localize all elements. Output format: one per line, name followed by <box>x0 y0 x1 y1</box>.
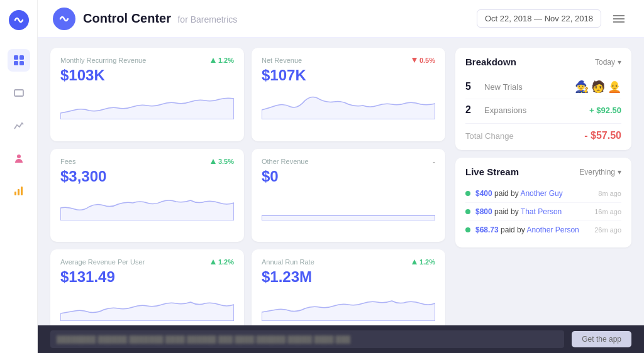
metric-change: - <box>433 158 435 165</box>
breakdown-title: Breakdown <box>465 57 516 67</box>
livestream-item[interactable]: $400 paid by Another Guy 8m ago <box>465 185 621 203</box>
svg-rect-8 <box>21 187 23 195</box>
metric-value: $103K <box>60 67 234 84</box>
metric-label: Fees <box>60 158 75 165</box>
metric-label: Annual Run Rate <box>262 258 314 266</box>
breakdown-row: 2 Expansions + $92.50 <box>465 99 621 121</box>
sidebar-nav <box>8 49 30 202</box>
metric-header: Average Revenue Per User 1.2% <box>60 258 234 266</box>
sidebar-item-dashboard[interactable] <box>8 49 30 72</box>
get-app-button[interactable]: Get the app <box>572 331 631 347</box>
svg-marker-12 <box>211 58 216 63</box>
svg-marker-15 <box>211 259 216 264</box>
mini-chart <box>60 88 234 136</box>
live-amount: $400 <box>475 189 492 198</box>
avatar: 🧑‍🦲 <box>608 80 621 94</box>
brand-icon <box>53 8 75 30</box>
metric-card-other-revenue: Other Revenue - $0 <box>252 149 445 242</box>
metric-value: $0 <box>262 168 435 185</box>
live-indicator <box>465 227 470 232</box>
metric-card-net-revenue: Net Revenue 0.5% $107K <box>252 48 445 141</box>
mini-chart <box>262 88 435 136</box>
sidebar-item-layers[interactable] <box>8 82 30 104</box>
total-value: - $57.50 <box>584 130 621 141</box>
date-range-picker[interactable]: Oct 22, 2018 — Nov 22, 2018 <box>477 9 601 28</box>
breakdown-label: Expansions <box>484 106 589 115</box>
svg-rect-2 <box>14 61 18 65</box>
sidebar-item-analytics[interactable] <box>8 114 30 137</box>
svg-marker-14 <box>211 159 216 164</box>
content-area: Monthly Recurring Revenue 1.2% $103K Net… <box>38 38 644 353</box>
bottom-bar-message: ████████ ██████ ███████ ████ ██████ ███ … <box>50 330 564 348</box>
live-text: $400 paid by Another Guy <box>475 189 593 198</box>
right-panel: Breakdown Today ▾ 5 New Trials 🧙🧑🧑‍🦲 2 E… <box>455 48 631 343</box>
metric-change: 1.2% <box>210 57 234 64</box>
metric-label: Other Revenue <box>262 158 309 165</box>
header-right: Oct 22, 2018 — Nov 22, 2018 <box>477 9 629 29</box>
breakdown-rows: 5 New Trials 🧙🧑🧑‍🦲 2 Expansions + $92.50 <box>465 75 621 121</box>
svg-rect-3 <box>19 61 24 65</box>
mini-chart <box>60 189 234 237</box>
metric-header: Fees 3.5% <box>60 158 234 165</box>
metric-value: $1.23M <box>262 268 435 286</box>
breakdown-filter[interactable]: Today ▾ <box>595 58 621 67</box>
livestream-item[interactable]: $800 paid by That Person 16m ago <box>465 203 621 221</box>
mini-chart <box>262 189 435 237</box>
app-subtitle: for Baremetrics <box>177 14 237 24</box>
main-area: Control Center for Baremetrics Oct 22, 2… <box>38 0 644 353</box>
svg-rect-1 <box>19 55 24 60</box>
live-time: 16m ago <box>594 208 621 215</box>
svg-point-5 <box>17 155 21 158</box>
breakdown-avatars: 🧙🧑🧑‍🦲 <box>575 80 621 94</box>
svg-marker-13 <box>412 58 417 63</box>
menu-button[interactable] <box>609 9 629 29</box>
metric-header: Net Revenue 0.5% <box>262 57 435 64</box>
breakdown-count: 2 <box>465 104 478 116</box>
breakdown-total: Total Change - $57.50 <box>465 123 621 141</box>
metrics-grid: Monthly Recurring Revenue 1.2% $103K Net… <box>50 48 445 343</box>
app-title: Control Center <box>83 11 171 25</box>
metric-value: $107K <box>262 67 435 84</box>
metric-value: $3,300 <box>60 168 234 185</box>
metric-header: Monthly Recurring Revenue 1.2% <box>60 57 234 64</box>
livestream-items: $400 paid by Another Guy 8m ago $800 pai… <box>465 185 621 239</box>
breakdown-label: New Trials <box>484 82 575 92</box>
svg-rect-0 <box>14 55 18 60</box>
metric-label: Net Revenue <box>262 57 302 64</box>
sidebar <box>0 0 38 353</box>
live-time: 26m ago <box>594 226 621 234</box>
total-label: Total Change <box>465 131 514 141</box>
livestream-title: Live Stream <box>465 166 519 177</box>
live-amount: $800 <box>475 207 492 216</box>
chevron-down-icon: ▾ <box>618 58 621 67</box>
metric-change: 3.5% <box>210 158 234 165</box>
metric-value: $131.49 <box>60 268 234 286</box>
avatar: 🧑 <box>591 80 605 94</box>
live-indicator <box>465 209 470 214</box>
live-person: That Person <box>521 207 562 216</box>
livestream-header: Live Stream Everything ▾ <box>465 166 621 177</box>
sidebar-logo[interactable] <box>9 10 29 30</box>
breakdown-row: 5 New Trials 🧙🧑🧑‍🦲 <box>465 75 621 99</box>
sidebar-item-revenue[interactable] <box>8 180 30 202</box>
breakdown-header: Breakdown Today ▾ <box>465 57 621 67</box>
bottom-bar: ████████ ██████ ███████ ████ ██████ ███ … <box>38 325 644 353</box>
live-text: $800 paid by That Person <box>475 207 589 216</box>
svg-rect-7 <box>18 189 19 195</box>
metric-card-mrr: Monthly Recurring Revenue 1.2% $103K <box>50 48 244 141</box>
metric-change: 1.2% <box>210 258 234 266</box>
metric-label: Monthly Recurring Revenue <box>60 57 146 64</box>
live-person: Another Person <box>526 225 579 234</box>
livestream-item[interactable]: $68.73 paid by Another Person 26m ago <box>465 221 621 239</box>
metric-header: Other Revenue - <box>262 158 435 165</box>
sidebar-item-users[interactable] <box>8 147 30 170</box>
chevron-down-icon: ▾ <box>618 168 621 176</box>
breakdown-value: + $92.50 <box>589 106 621 115</box>
metric-header: Annual Run Rate 1.2% <box>262 258 435 266</box>
metric-label: Average Revenue Per User <box>60 258 145 266</box>
breakdown-card: Breakdown Today ▾ 5 New Trials 🧙🧑🧑‍🦲 2 E… <box>455 48 631 150</box>
metric-change: 0.5% <box>411 57 435 64</box>
livestream-filter[interactable]: Everything ▾ <box>579 168 621 176</box>
live-time: 8m ago <box>598 190 621 197</box>
live-text: $68.73 paid by Another Person <box>475 225 589 234</box>
